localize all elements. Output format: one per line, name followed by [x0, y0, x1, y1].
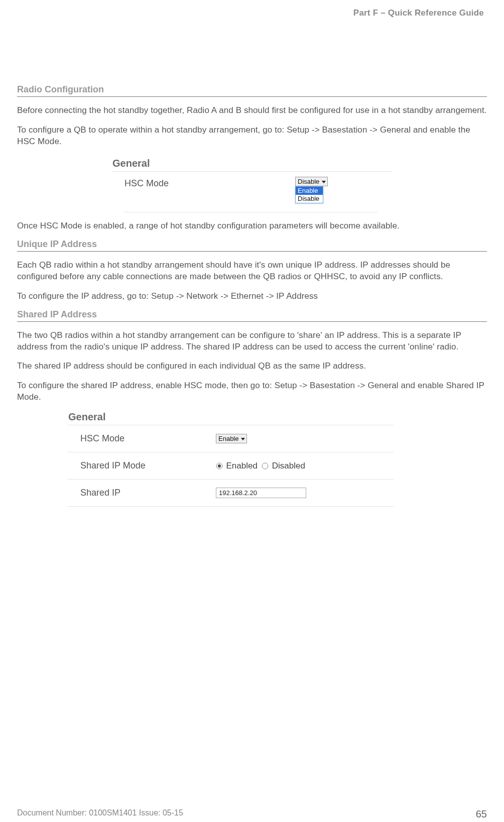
shared-ip-input[interactable] — [216, 488, 306, 498]
divider — [124, 212, 377, 212]
panel-title: General — [67, 411, 394, 425]
shared-ip-mode-label: Shared IP Mode — [80, 460, 216, 471]
shared-ip-mode-row: Shared IP Mode Enabled Disabled — [67, 452, 394, 479]
svg-point-2 — [262, 463, 268, 469]
enabled-label: Enabled — [226, 461, 257, 471]
radio-disabled-icon[interactable] — [262, 462, 269, 469]
general-panel-2: General HSC Mode Enable Shared IP Mode E… — [67, 411, 394, 507]
paragraph: To configure a QB to operate within a ho… — [17, 125, 487, 148]
hsc-mode-option-disable[interactable]: Disable — [296, 195, 323, 203]
paragraph: The two QB radios within a hot standby a… — [17, 330, 487, 353]
heading-radio-configuration: Radio Configuration — [17, 84, 487, 97]
hsc-mode-option-enable[interactable]: Enable — [296, 187, 323, 195]
paragraph: Before connecting the hot standby togeth… — [17, 105, 487, 116]
hsc-mode-row: HSC Mode Disable Enable Disable — [111, 171, 393, 192]
doc-number: Document Number: 0100SM1401 Issue: 05-15 — [17, 808, 183, 820]
paragraph: Once HSC Mode is enabled, a range of hot… — [17, 220, 487, 232]
hsc-mode-select[interactable]: Disable — [295, 177, 328, 186]
heading-shared-ip: Shared IP Address — [17, 309, 487, 322]
shared-ip-label: Shared IP — [80, 488, 216, 498]
hsc-mode-label: HSC Mode — [80, 433, 216, 444]
part-header: Part F – Quick Reference Guide — [17, 7, 487, 18]
hsc-mode-dropdown[interactable]: Enable Disable — [295, 186, 323, 203]
shared-ip-mode-value: Enabled Disabled — [216, 461, 305, 471]
shared-ip-row: Shared IP — [67, 479, 394, 507]
disabled-label: Disabled — [272, 461, 305, 471]
svg-point-1 — [218, 464, 221, 467]
hsc-mode-row: HSC Mode Enable — [67, 425, 394, 452]
page-number: 65 — [476, 808, 487, 820]
paragraph: Each QB radio within a hot standby arran… — [17, 260, 487, 283]
paragraph: The shared IP address should be configur… — [17, 361, 487, 372]
paragraph: To configure the shared IP address, enab… — [17, 380, 487, 403]
paragraph: To configure the IP address, go to: Setu… — [17, 291, 487, 302]
page-footer: Document Number: 0100SM1401 Issue: 05-15… — [17, 808, 487, 820]
heading-unique-ip: Unique IP Address — [17, 239, 487, 252]
panel-title: General — [111, 158, 393, 171]
hsc-mode-label: HSC Mode — [124, 177, 295, 189]
radio-enabled-icon[interactable] — [216, 462, 223, 469]
hsc-mode-select-2[interactable]: Enable — [216, 434, 247, 443]
general-panel-1: General HSC Mode Disable Enable Disable — [111, 158, 393, 212]
